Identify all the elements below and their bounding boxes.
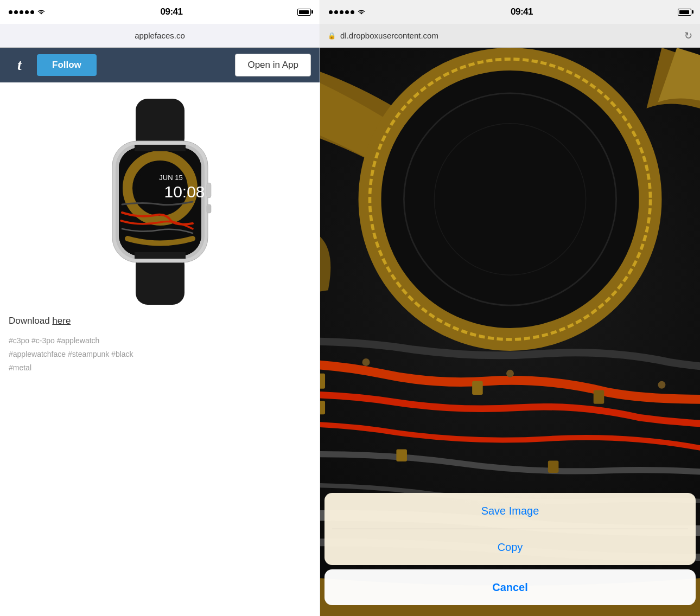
svg-rect-21 xyxy=(320,374,325,389)
svg-text:JUN 15: JUN 15 xyxy=(159,174,182,182)
signal-area xyxy=(9,9,46,16)
left-url-bar[interactable]: applefaces.co xyxy=(0,24,320,48)
copy-button[interactable]: Copy xyxy=(324,529,696,565)
signal-dot-4 xyxy=(25,10,29,14)
apple-watch-illustration: JUN 15 10:08 xyxy=(84,99,236,305)
follow-button[interactable]: Follow xyxy=(37,54,97,76)
cancel-button[interactable]: Cancel xyxy=(324,569,696,605)
right-signal-dot-5 xyxy=(351,10,354,14)
right-url-bar[interactable]: 🔒 dl.dropboxusercontent.com ↻ xyxy=(320,24,700,48)
action-group-main: Save Image Copy xyxy=(324,493,696,565)
svg-rect-24 xyxy=(594,390,604,404)
right-signal-dots xyxy=(329,10,354,14)
left-panel: 09:41 applefaces.co t Follow Open in App xyxy=(0,0,320,616)
right-panel: 09:41 🔒 dl.dropboxusercontent.com ↻ xyxy=(320,0,700,616)
right-clock: 09:41 xyxy=(511,7,533,17)
tumblr-t-icon: t xyxy=(17,56,22,74)
download-text: Download xyxy=(9,316,52,326)
reload-icon[interactable]: ↻ xyxy=(684,30,692,42)
svg-rect-23 xyxy=(472,381,483,395)
right-battery-area xyxy=(678,9,691,16)
right-battery-icon xyxy=(678,9,691,16)
svg-rect-25 xyxy=(396,450,407,461)
left-clock: 09:41 xyxy=(161,7,183,17)
right-url-text: dl.dropboxusercontent.com xyxy=(340,31,680,40)
svg-rect-12 xyxy=(135,145,186,151)
signal-dot-1 xyxy=(9,10,12,14)
svg-point-27 xyxy=(362,358,370,366)
signal-dot-2 xyxy=(14,10,18,14)
action-sheet: Save Image Copy Cancel xyxy=(320,493,700,616)
svg-rect-10 xyxy=(207,183,211,198)
svg-rect-13 xyxy=(135,252,186,259)
svg-rect-11 xyxy=(207,204,211,213)
cancel-group: Cancel xyxy=(324,569,696,605)
image-preview-area: Save Image Copy Cancel xyxy=(320,48,700,616)
left-status-bar: 09:41 xyxy=(0,0,320,24)
right-signal-dot-4 xyxy=(345,10,349,14)
tumblr-header: t Follow Open in App xyxy=(0,48,320,82)
right-signal-dot-1 xyxy=(329,10,333,14)
battery-icon xyxy=(297,9,311,16)
svg-rect-26 xyxy=(548,461,559,473)
signal-dots xyxy=(9,10,34,14)
open-in-app-button[interactable]: Open in App xyxy=(235,54,311,76)
right-signal-dot-3 xyxy=(340,10,343,14)
signal-dot-5 xyxy=(30,10,34,14)
signal-dot-3 xyxy=(20,10,23,14)
download-section: Download here xyxy=(9,316,71,326)
svg-text:10:08: 10:08 xyxy=(164,183,205,201)
right-wifi-icon xyxy=(357,9,366,16)
lock-icon: 🔒 xyxy=(328,32,336,40)
tumblr-logo: t xyxy=(9,54,30,76)
svg-point-29 xyxy=(658,381,665,389)
svg-rect-22 xyxy=(320,401,325,414)
battery-fill xyxy=(299,10,309,14)
watch-container: JUN 15 10:08 xyxy=(84,99,236,305)
battery-area xyxy=(297,9,311,16)
svg-point-28 xyxy=(506,370,514,377)
left-url-text: applefaces.co xyxy=(135,31,185,40)
tags-section: #c3po #c-3po #applewatch #applewatchface… xyxy=(9,334,133,375)
save-image-button[interactable]: Save Image xyxy=(324,493,696,529)
right-signal-dot-2 xyxy=(334,10,338,14)
left-content: JUN 15 10:08 Download here #c3po #c-3po … xyxy=(0,82,320,616)
download-link[interactable]: here xyxy=(52,316,71,326)
right-signal-area xyxy=(329,9,366,16)
right-battery-fill xyxy=(679,10,689,14)
right-status-bar: 09:41 xyxy=(320,0,700,24)
tags-text: #c3po #c-3po #applewatch #applewatchface… xyxy=(9,336,133,372)
wifi-icon xyxy=(37,9,46,16)
